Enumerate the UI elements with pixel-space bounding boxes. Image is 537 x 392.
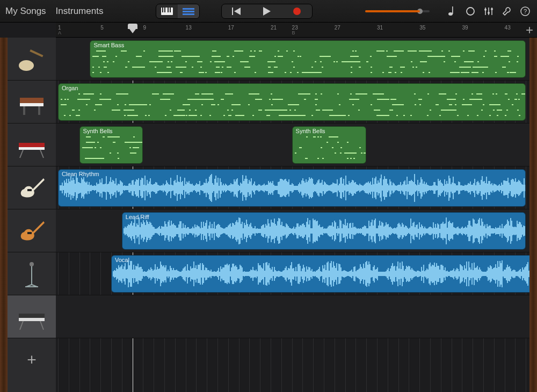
track-lane-bass[interactable]: Smart Bass [56,38,529,81]
svg-point-14 [467,8,474,15]
ruler-tick: 43 [505,25,511,31]
transport-controls [221,4,313,19]
timeline-ruler[interactable]: + 1A5913172123B2731353943 [56,23,537,38]
svg-marker-9 [234,8,241,15]
svg-rect-2 [164,8,165,12]
tracks-view-button[interactable] [178,4,199,18]
track-header-organ[interactable] [8,81,56,124]
ruler-tick: 17 [228,25,234,31]
my-songs-button[interactable]: My Songs [5,6,46,17]
keyboard-red-icon [16,130,48,160]
help-icon[interactable]: ? [519,5,532,18]
svg-rect-1 [162,8,163,12]
track-lane-vocal[interactable]: Vocal [56,252,529,295]
svg-point-12 [448,12,453,16]
track-lane-synth[interactable]: Synth BellsSynth Bells [56,124,529,166]
right-wood-rail [529,38,537,392]
ruler-tick: 21 [271,25,277,31]
svg-rect-33 [27,189,32,191]
ruler-tick: 5 [100,25,104,31]
track-lane-lead[interactable]: Lead Riff [56,209,529,252]
region-label: Smart Bass [93,42,124,48]
note-icon[interactable] [446,5,459,18]
record-button[interactable] [282,4,312,18]
lespaul-guitar-icon [16,216,48,246]
svg-point-19 [488,12,490,14]
svg-line-32 [40,150,43,158]
svg-rect-24 [30,49,43,57]
region-bass-0[interactable]: Smart Bass [90,40,526,78]
svg-line-31 [20,150,23,158]
strat-guitar-icon [16,173,48,203]
play-button[interactable] [252,4,282,18]
track-header-lead[interactable] [8,209,56,252]
track-header-vocal[interactable] [8,252,56,295]
section-marker: B [292,30,295,35]
svg-rect-28 [38,106,40,115]
ruler-tick: 39 [462,25,468,31]
svg-rect-5 [183,8,194,10]
instruments-button[interactable]: Instruments [56,6,104,17]
ruler-tick: 13 [186,25,192,31]
region-lead-0[interactable]: Lead Riff [122,212,526,250]
master-volume-slider[interactable] [365,10,430,12]
loop-icon[interactable] [464,5,477,18]
left-wood-rail [0,38,8,392]
svg-rect-30 [19,147,45,150]
track-header-empty[interactable] [8,295,56,338]
add-track-button[interactable]: + [8,338,56,381]
svg-rect-8 [232,8,233,15]
svg-rect-26 [20,103,43,106]
region-organ-0[interactable]: Organ [58,83,526,121]
ruler-tick: 35 [419,25,425,31]
region-label: Lead Riff [126,214,149,220]
region-rhythm-0[interactable]: Clean Rhythm [58,169,526,207]
piano-view-button[interactable] [156,4,178,18]
svg-rect-3 [168,8,169,12]
empty-lane [56,338,529,392]
view-mode-segmented [156,4,200,19]
playhead-handle[interactable] [128,24,137,29]
region-label: Synth Bells [83,128,113,134]
svg-rect-4 [170,8,171,12]
rewind-button[interactable] [222,4,252,18]
svg-point-11 [293,8,301,15]
svg-point-36 [30,262,34,266]
track-header-column: + [8,38,56,392]
add-section-button[interactable]: + [524,25,535,35]
region-synth-0[interactable]: Synth Bells [79,126,143,164]
track-header-bass[interactable] [8,38,56,81]
region-label: Organ [62,85,78,91]
wrench-icon[interactable] [500,5,513,18]
track-header-synth[interactable] [8,124,56,166]
track-lane-organ[interactable]: Organ [56,81,529,124]
region-label: Vocal [115,257,129,263]
svg-point-20 [491,8,493,10]
region-vocal-0[interactable]: Vocal [111,255,529,293]
track-header-rhythm[interactable] [8,166,56,209]
svg-text:?: ? [524,8,527,14]
toolbar: My Songs Instruments ? [0,0,537,23]
region-label: Clean Rhythm [62,171,99,177]
region-synth-1[interactable]: Synth Bells [292,126,367,164]
svg-marker-10 [263,7,271,16]
svg-line-42 [20,321,23,330]
svg-line-43 [40,321,43,330]
svg-rect-13 [452,6,453,14]
organ-icon [16,87,48,117]
ruler-tick: 31 [377,25,383,31]
svg-rect-34 [27,232,32,234]
svg-rect-6 [183,11,194,12]
section-marker: A [58,30,61,35]
bass-guitar-icon [16,44,48,74]
svg-point-18 [484,9,487,11]
track-lane-empty[interactable] [56,295,529,338]
mic-stand-icon [16,259,48,289]
synth-keys-icon [16,302,48,332]
ruler-tick: 9 [143,25,146,31]
timeline-area[interactable]: Smart BassOrganSynth BellsSynth BellsCle… [56,38,529,392]
ruler-tick: 27 [335,25,340,31]
mixer-icon[interactable] [482,5,495,18]
track-lane-rhythm[interactable]: Clean Rhythm [56,166,529,209]
svg-rect-41 [19,318,45,321]
